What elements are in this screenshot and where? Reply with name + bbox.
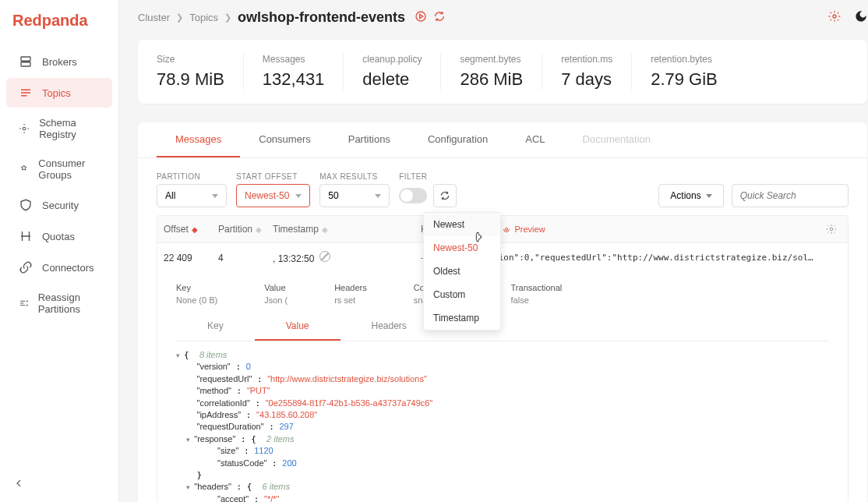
stat-cleanup: cleanup.policydelete	[344, 54, 441, 90]
sidebar-item-label: Reassign Partitions	[38, 292, 100, 315]
svg-rect-1	[21, 57, 30, 61]
sidebar-item-label: Schema Registry	[39, 117, 100, 140]
sidebar-item-reassign[interactable]: Reassign Partitions	[6, 284, 112, 323]
table-row[interactable]: 22 409 4 , 13:32:50 — {"version":0,"requ…	[157, 243, 849, 272]
row-detail-panel: KeyNone (0 B) ValueJson ( Headersrs set …	[157, 272, 849, 502]
messages-table: Offset◆ Partition◆ Timestamp◆ Key◆ Value…	[138, 215, 867, 502]
sidebar-item-security[interactable]: Security	[6, 190, 112, 220]
th-value: Value Preview	[461, 216, 820, 242]
subtab-value[interactable]: Value	[255, 313, 340, 341]
dd-item-oldest[interactable]: Oldest	[424, 260, 500, 283]
dd-item-newest[interactable]: Newest	[424, 213, 500, 236]
max-results-select[interactable]: 50	[319, 184, 390, 207]
quick-search-input[interactable]	[732, 184, 849, 207]
tab-consumers[interactable]: Consumers	[240, 122, 329, 157]
preview-button[interactable]: Preview	[502, 224, 545, 234]
tabs: Messages Consumers Partitions Configurat…	[138, 122, 867, 158]
filter-partition: PARTITION All	[157, 172, 227, 207]
dd-item-newest-50[interactable]: Newest-50	[424, 236, 500, 260]
sidebar-item-consumer-groups[interactable]: Consumer Groups	[6, 150, 112, 189]
dark-mode-icon[interactable]	[855, 10, 867, 26]
sidebar: Redpanda Brokers Topics Schema Registry …	[0, 0, 119, 502]
sidebar-item-label: Consumer Groups	[38, 157, 100, 181]
stats-card: Size78.9 MiB Messages132,431 cleanup.pol…	[138, 40, 867, 104]
nav: Brokers Topics Schema Registry Consumer …	[0, 45, 118, 468]
tab-partitions[interactable]: Partitions	[330, 122, 409, 157]
svg-point-3	[23, 127, 26, 130]
th-timestamp[interactable]: Timestamp◆	[266, 216, 415, 242]
stat-retention-bytes: retention.bytes2.79 GiB	[632, 54, 736, 90]
chevron-down-icon	[212, 194, 218, 198]
chevron-down-icon	[295, 194, 302, 198]
collapse-sidebar-button[interactable]	[0, 468, 118, 502]
tab-configuration[interactable]: Configuration	[409, 122, 506, 157]
sidebar-item-brokers[interactable]: Brokers	[6, 47, 112, 76]
sidebar-item-topics[interactable]: Topics	[6, 78, 112, 108]
breadcrumb: Cluster ❯ Topics ❯ owlshop-frontend-even…	[138, 9, 405, 26]
detail-meta: KeyNone (0 B) ValueJson ( Headersrs set …	[176, 283, 829, 305]
th-partition[interactable]: Partition◆	[212, 216, 266, 242]
sidebar-item-label: Connectors	[42, 262, 94, 274]
chevron-down-icon	[375, 194, 381, 198]
partition-select[interactable]: All	[157, 184, 227, 207]
dd-item-timestamp[interactable]: Timestamp	[424, 306, 500, 330]
refresh-button[interactable]	[433, 184, 457, 207]
actions-button[interactable]: Actions	[658, 184, 723, 207]
th-settings[interactable]	[820, 216, 848, 242]
filter-start-offset: START OFFSET Newest-50	[236, 172, 310, 207]
actions-row: Actions	[658, 184, 848, 207]
stat-messages: Messages132,431	[244, 54, 344, 90]
json-viewer: ▾{ 8 items "version" : 0 "requestedUrl" …	[176, 341, 829, 502]
filter-bar: PARTITION All START OFFSET Newest-50 MAX…	[138, 158, 867, 215]
tab-acl[interactable]: ACL	[506, 122, 563, 157]
sidebar-item-quotas[interactable]: Quotas	[6, 221, 112, 251]
stat-retention-ms: retention.ms7 days	[542, 54, 632, 90]
breadcrumb-current: owlshop-frontend-events	[238, 9, 405, 26]
table-header: Offset◆ Partition◆ Timestamp◆ Key◆ Value…	[157, 215, 849, 243]
sidebar-item-connectors[interactable]: Connectors	[6, 253, 112, 282]
chevron-right-icon: ❯	[176, 12, 183, 23]
stat-size: Size78.9 MiB	[157, 54, 244, 90]
filter-toggle-switch[interactable]	[399, 188, 427, 203]
null-icon	[319, 251, 330, 262]
breadcrumb-parent[interactable]: Topics	[189, 12, 218, 23]
breadcrumb-root[interactable]: Cluster	[138, 12, 170, 23]
detail-subtabs: Key Value Headers	[176, 313, 829, 341]
chevron-down-icon	[706, 194, 712, 198]
subtab-key[interactable]: Key	[176, 313, 255, 341]
svg-point-7	[830, 228, 833, 231]
filter-max-results: MAX RESULTS 50	[319, 172, 390, 207]
topic-actions	[415, 10, 446, 26]
refresh-icon[interactable]	[433, 10, 446, 26]
stat-segment: segment.bytes286 MiB	[441, 54, 542, 90]
svg-point-4	[416, 12, 425, 21]
start-offset-select[interactable]: Newest-50	[236, 184, 310, 207]
svg-point-5	[833, 15, 836, 18]
topbar-right	[828, 10, 867, 26]
sidebar-item-schema-registry[interactable]: Schema Registry	[6, 109, 112, 148]
messages-card: Messages Consumers Partitions Configurat…	[138, 122, 867, 502]
settings-icon[interactable]	[828, 10, 841, 26]
start-offset-dropdown: Newest Newest-50 Oldest Custom Timestamp	[423, 212, 501, 331]
dd-item-custom[interactable]: Custom	[424, 283, 500, 306]
sidebar-item-label: Security	[42, 200, 79, 211]
sidebar-item-label: Topics	[42, 87, 71, 99]
sidebar-item-label: Brokers	[42, 56, 77, 68]
svg-rect-2	[21, 62, 30, 66]
brand-logo: Redpanda	[0, 9, 118, 45]
cursor-icon	[474, 231, 486, 246]
tab-documentation: Documentation	[564, 122, 669, 157]
filter-toggle: FILTER	[399, 172, 457, 207]
tab-messages[interactable]: Messages	[157, 122, 240, 157]
play-icon[interactable]	[415, 10, 427, 26]
sidebar-item-label: Quotas	[42, 231, 75, 242]
svg-text:Redpanda: Redpanda	[12, 12, 89, 29]
svg-point-8	[481, 236, 482, 237]
topbar: Cluster ❯ Topics ❯ owlshop-frontend-even…	[119, 0, 868, 30]
chevron-right-icon: ❯	[224, 12, 231, 23]
th-offset[interactable]: Offset◆	[157, 216, 212, 242]
svg-point-6	[506, 228, 508, 231]
